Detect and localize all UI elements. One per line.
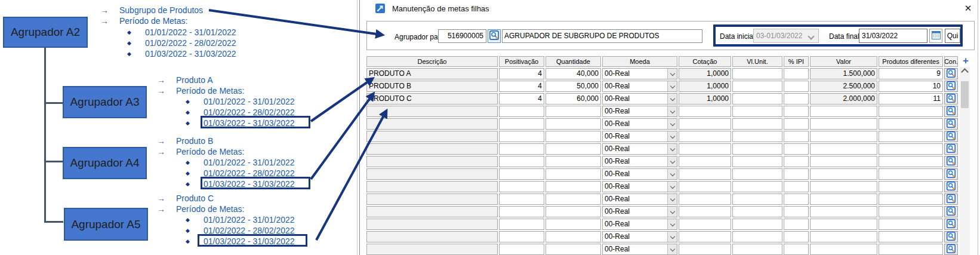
consult-button[interactable] bbox=[944, 68, 958, 79]
cell-quantidade[interactable] bbox=[546, 118, 601, 130]
consult-button[interactable] bbox=[944, 93, 958, 105]
cell-vl_unit[interactable] bbox=[732, 231, 782, 242]
cell-ipi[interactable] bbox=[784, 206, 809, 217]
cell-produtos_diferentes[interactable] bbox=[879, 231, 943, 242]
moeda-combobox[interactable]: 00-Real bbox=[602, 81, 677, 92]
moeda-combobox[interactable]: 00-Real bbox=[602, 156, 677, 167]
cell-produtos_diferentes[interactable]: 9 bbox=[879, 68, 943, 79]
cell-ipi[interactable] bbox=[784, 81, 809, 92]
cell-positivacao[interactable] bbox=[499, 168, 544, 180]
cell-ipi[interactable] bbox=[784, 156, 809, 167]
cell-quantidade[interactable]: 40,000 bbox=[546, 68, 601, 79]
moeda-combobox[interactable]: 00-Real bbox=[602, 219, 677, 230]
consult-button[interactable] bbox=[944, 219, 958, 230]
cell-quantidade[interactable] bbox=[546, 131, 601, 142]
column-header-valor[interactable]: Valor bbox=[810, 56, 877, 67]
cell-ipi[interactable] bbox=[784, 168, 809, 180]
cell-vl_unit[interactable] bbox=[732, 168, 782, 180]
cell-positivacao[interactable] bbox=[499, 131, 544, 142]
cell-quantidade[interactable] bbox=[546, 181, 601, 192]
cell-positivacao[interactable] bbox=[499, 181, 544, 192]
cell-produtos_diferentes[interactable]: 11 bbox=[879, 93, 943, 105]
moeda-combobox[interactable]: 00-Real bbox=[602, 193, 677, 205]
cell-positivacao[interactable] bbox=[499, 106, 544, 117]
cell-vl_unit[interactable] bbox=[732, 181, 782, 192]
cell-ipi[interactable] bbox=[784, 231, 809, 242]
cell-ipi[interactable] bbox=[784, 106, 809, 117]
cell-positivacao[interactable] bbox=[499, 193, 544, 205]
cell-positivacao[interactable]: 4 bbox=[499, 81, 544, 92]
cell-vl_unit[interactable] bbox=[732, 131, 782, 142]
cell-positivacao[interactable] bbox=[499, 143, 544, 155]
cell-produtos_diferentes[interactable] bbox=[879, 106, 943, 117]
cell-ipi[interactable] bbox=[784, 143, 809, 155]
close-button[interactable]: ✕ bbox=[962, 2, 974, 14]
cell-ipi[interactable] bbox=[784, 181, 809, 192]
cell-vl_unit[interactable] bbox=[732, 156, 782, 167]
moeda-combobox[interactable]: 00-Real bbox=[602, 231, 677, 242]
cell-vl_unit[interactable] bbox=[732, 193, 782, 205]
cell-vl_unit[interactable] bbox=[732, 206, 782, 217]
consult-button[interactable] bbox=[944, 244, 958, 255]
consult-button[interactable] bbox=[944, 231, 958, 242]
consult-button[interactable] bbox=[944, 193, 958, 205]
cell-vl_unit[interactable] bbox=[732, 244, 782, 255]
cell-quantidade[interactable] bbox=[546, 206, 601, 217]
moeda-combobox[interactable]: 00-Real bbox=[602, 118, 677, 130]
column-header-produtos_diferentes[interactable]: Produtos diferentes bbox=[879, 56, 943, 67]
consult-button[interactable] bbox=[944, 143, 958, 155]
cell-vl_unit[interactable] bbox=[732, 68, 782, 79]
cell-quantidade[interactable]: 60,000 bbox=[546, 93, 601, 105]
column-header-cotacao[interactable]: Cotação bbox=[679, 56, 731, 67]
moeda-combobox[interactable]: 00-Real bbox=[602, 168, 677, 180]
consult-button[interactable] bbox=[944, 118, 958, 130]
cell-quantidade[interactable] bbox=[546, 156, 601, 167]
agrupador-pai-search-button[interactable] bbox=[488, 29, 501, 43]
column-header-moeda[interactable]: Moeda bbox=[602, 56, 677, 67]
consult-button[interactable] bbox=[944, 106, 958, 117]
moeda-combobox[interactable]: 00-Real bbox=[602, 106, 677, 117]
consult-button[interactable] bbox=[944, 168, 958, 180]
consult-button[interactable] bbox=[944, 131, 958, 142]
cell-vl_unit[interactable] bbox=[732, 81, 782, 92]
cell-ipi[interactable] bbox=[784, 68, 809, 79]
moeda-combobox[interactable]: 00-Real bbox=[602, 143, 677, 155]
cell-ipi[interactable] bbox=[784, 118, 809, 130]
cell-produtos_diferentes[interactable] bbox=[879, 244, 943, 255]
column-header-descricao[interactable]: Descrição bbox=[366, 56, 498, 67]
moeda-combobox[interactable]: 00-Real bbox=[602, 131, 677, 142]
cell-vl_unit[interactable] bbox=[732, 118, 782, 130]
cell-vl_unit[interactable] bbox=[732, 219, 782, 230]
moeda-combobox[interactable]: 00-Real bbox=[602, 206, 677, 217]
cell-quantidade[interactable] bbox=[546, 168, 601, 180]
cell-produtos_diferentes[interactable] bbox=[879, 181, 943, 192]
cell-positivacao[interactable] bbox=[499, 118, 544, 130]
agrupador-pai-name-field[interactable]: AGRUPADOR DE SUBGRUPO DE PRODUTOS bbox=[502, 29, 702, 43]
scrollbar-thumb[interactable] bbox=[961, 81, 969, 108]
cell-positivacao[interactable]: 4 bbox=[499, 68, 544, 79]
cell-ipi[interactable] bbox=[784, 244, 809, 255]
agrupador-pai-code-field[interactable]: 516900005 bbox=[438, 29, 486, 43]
cell-ipi[interactable] bbox=[784, 93, 809, 105]
cell-quantidade[interactable] bbox=[546, 219, 601, 230]
cell-quantidade[interactable] bbox=[546, 193, 601, 205]
cell-positivacao[interactable] bbox=[499, 244, 544, 255]
cell-produtos_diferentes[interactable] bbox=[879, 118, 943, 130]
cell-positivacao[interactable] bbox=[499, 219, 544, 230]
cell-produtos_diferentes[interactable] bbox=[879, 193, 943, 205]
cell-positivacao[interactable]: 4 bbox=[499, 93, 544, 105]
cell-quantidade[interactable]: 50,000 bbox=[546, 81, 601, 92]
column-header-vl_unit[interactable]: Vl.Unit. bbox=[732, 56, 782, 67]
cell-produtos_diferentes[interactable] bbox=[879, 219, 943, 230]
consult-button[interactable] bbox=[944, 181, 958, 192]
moeda-combobox[interactable]: 00-Real bbox=[602, 181, 677, 192]
cell-ipi[interactable] bbox=[784, 131, 809, 142]
cell-produtos_diferentes[interactable] bbox=[879, 156, 943, 167]
consult-button[interactable] bbox=[944, 156, 958, 167]
cell-produtos_diferentes[interactable] bbox=[879, 168, 943, 180]
cell-positivacao[interactable] bbox=[499, 231, 544, 242]
cell-vl_unit[interactable] bbox=[732, 143, 782, 155]
cell-ipi[interactable] bbox=[784, 219, 809, 230]
moeda-combobox[interactable]: 00-Real bbox=[602, 93, 677, 105]
add-column-icon[interactable]: + bbox=[961, 56, 970, 66]
